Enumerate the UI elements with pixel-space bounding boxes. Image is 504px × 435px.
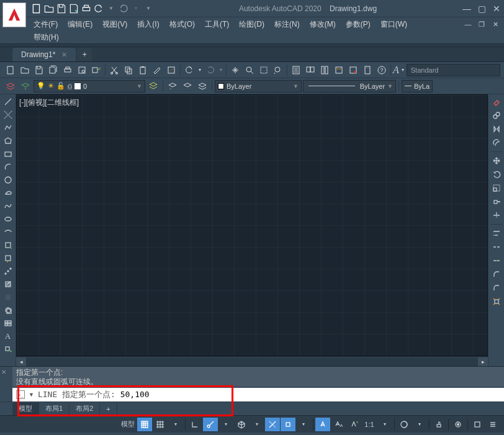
ellipsearc-tool[interactable] (1, 226, 15, 238)
chamfer-tool[interactable] (490, 268, 503, 280)
mtext-tool[interactable]: A (1, 330, 15, 343)
print-icon[interactable] (81, 3, 92, 14)
trim-tool[interactable] (490, 209, 503, 222)
redo-icon[interactable] (118, 3, 129, 14)
region-tool[interactable] (1, 304, 15, 316)
sb-annovis-icon[interactable] (331, 418, 346, 431)
copy-tool[interactable] (490, 109, 503, 122)
line-tool[interactable] (1, 96, 15, 108)
ellipse-tool[interactable] (1, 213, 15, 225)
arc-tool[interactable] (1, 161, 15, 173)
command-input-row[interactable]: >_ ▼ LINE 指定第一个点: 50,100 (12, 388, 504, 401)
toolpalettes-button[interactable] (318, 63, 331, 77)
sb-ws-dd-icon[interactable]: ▾ (412, 418, 427, 431)
fillet-tool[interactable] (490, 282, 503, 294)
textstyle-combo[interactable]: Standard (407, 64, 500, 76)
textstyle-icon[interactable]: A (393, 63, 399, 77)
command-input[interactable]: LINE 指定第一个点: 50,100 (38, 389, 150, 400)
menu-help[interactable]: 帮助(H) (30, 31, 63, 44)
hatch-tool[interactable] (1, 278, 15, 290)
calc-button[interactable] (361, 63, 374, 77)
sb-scale-dd-icon[interactable]: ▾ (377, 418, 392, 431)
qat-more-icon[interactable]: ▼ (143, 3, 154, 14)
point-tool[interactable] (1, 265, 15, 277)
layeriso-button[interactable] (181, 79, 194, 93)
menu-parametric[interactable]: 参数(P) (342, 18, 374, 31)
layout-tab-1[interactable]: 布局1 (39, 403, 70, 415)
pline-tool[interactable] (1, 122, 15, 134)
plot-button[interactable] (61, 63, 74, 77)
preview-button[interactable] (75, 63, 89, 77)
rotate-tool[interactable] (490, 168, 503, 181)
horizontal-scrollbar[interactable]: ◂ ▸ (16, 356, 488, 366)
join-tool[interactable] (490, 254, 503, 267)
rectangle-tool[interactable] (1, 148, 15, 160)
zoom-button[interactable] (243, 63, 256, 77)
polygon-tool[interactable] (1, 135, 15, 147)
lineweight-combo[interactable]: ByLa (402, 80, 433, 92)
scale-tool[interactable] (490, 182, 503, 194)
stretch-tool[interactable] (490, 195, 503, 208)
undo-button[interactable] (182, 63, 196, 77)
linetype-combo[interactable]: ByLayer ▼ (303, 80, 396, 92)
save-icon[interactable] (56, 3, 67, 14)
block-tool[interactable] (1, 252, 15, 264)
new-button[interactable] (4, 63, 17, 77)
scroll-right-icon[interactable]: ▸ (478, 357, 488, 366)
sb-ws-icon[interactable] (397, 418, 412, 431)
revcloud-tool[interactable] (1, 187, 15, 199)
sb-polar-icon[interactable] (203, 418, 218, 431)
xline-tool[interactable] (1, 109, 15, 121)
close-button[interactable]: ✕ (492, 4, 502, 14)
redo-button[interactable] (204, 63, 217, 77)
layermatch-button[interactable] (146, 79, 160, 93)
sb-clean-icon[interactable] (470, 418, 485, 431)
layout-tab-add[interactable]: + (100, 403, 117, 415)
sb-polar-dd-icon[interactable]: ▾ (218, 418, 233, 431)
layerprops-button[interactable] (4, 79, 17, 93)
saveall-button[interactable] (47, 63, 60, 77)
addselected-tool[interactable] (1, 343, 15, 356)
insert-tool[interactable] (1, 239, 15, 251)
menu-insert[interactable]: 插入(I) (133, 18, 163, 31)
viewport[interactable]: [-][俯视][二维线框] (16, 94, 488, 356)
help-button[interactable]: ? (375, 63, 389, 77)
redo-list-icon[interactable]: ▾ (218, 63, 224, 77)
layerstate-button[interactable] (19, 79, 32, 93)
sb-annoscale-icon[interactable] (315, 418, 330, 431)
undo-icon[interactable] (93, 3, 104, 14)
command-history[interactable]: ✕ 指定第一个点: 没有直线或圆弧可连续。 (0, 367, 504, 387)
extend-tool[interactable] (490, 227, 503, 240)
new-icon[interactable] (31, 3, 42, 14)
break-tool[interactable] (490, 241, 503, 253)
offset-tool[interactable] (490, 137, 503, 149)
cmd-prompt-icon[interactable]: >_ (16, 390, 25, 399)
color-combo[interactable]: ByLayer ▼ (215, 80, 302, 92)
app-logo[interactable] (2, 2, 26, 27)
file-tab-drawing1[interactable]: Drawing1* ✕ (12, 48, 76, 61)
open-icon[interactable] (43, 3, 55, 14)
menu-dimension[interactable]: 标注(N) (271, 18, 304, 31)
sb-iso-dd-icon[interactable]: ▾ (250, 418, 264, 431)
textstyle-dd-icon[interactable]: ▾ (400, 63, 406, 77)
zoomwin-button[interactable] (257, 63, 271, 77)
sheetset-button[interactable] (304, 63, 317, 77)
redo-dropdown-icon[interactable]: ▼ (130, 3, 142, 14)
sb-model[interactable]: 模型 (119, 418, 137, 431)
menu-format[interactable]: 格式(O) (166, 18, 199, 31)
scroll-left-icon[interactable]: ◂ (16, 357, 26, 366)
file-tab-close-icon[interactable]: ✕ (61, 51, 67, 59)
doc-restore-button[interactable]: ❐ (477, 19, 487, 29)
sb-scale-value[interactable]: 1:1 (362, 418, 377, 431)
sb-otrack-icon[interactable] (265, 418, 280, 431)
menu-edit[interactable]: 编辑(E) (64, 18, 96, 31)
sb-isolate-icon[interactable] (451, 418, 466, 431)
properties-button[interactable] (289, 63, 303, 77)
move-tool[interactable] (490, 155, 503, 167)
cut-button[interactable] (107, 63, 121, 77)
explode-tool[interactable] (490, 295, 503, 308)
circle-tool[interactable] (1, 174, 15, 186)
layout-tab-model[interactable]: 模型 (12, 403, 39, 415)
publish-button[interactable] (89, 63, 103, 77)
sb-snap-icon[interactable] (153, 418, 168, 431)
